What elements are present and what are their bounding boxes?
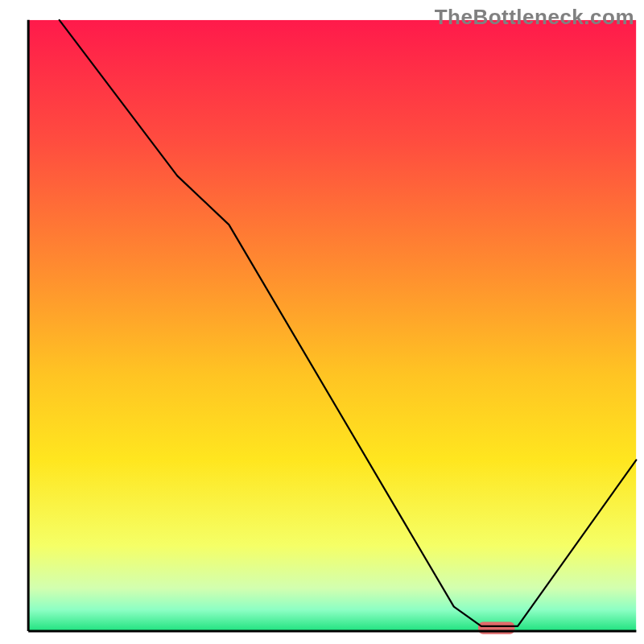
watermark-text: TheBottleneck.com: [435, 5, 634, 30]
plot-background: [28, 20, 636, 631]
optimal-marker: [478, 622, 514, 634]
chart-container: TheBottleneck.com: [0, 0, 644, 644]
bottleneck-chart: [0, 0, 644, 644]
